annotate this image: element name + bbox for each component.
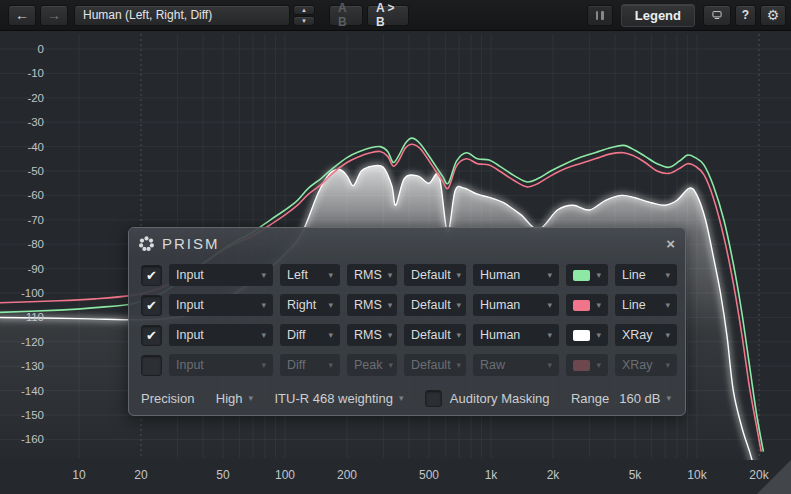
- preset-selector-value: Human (Left, Right, Diff): [83, 8, 212, 22]
- itu-weighting-dropdown[interactable]: ITU-R 468 weighting ▾: [274, 391, 403, 406]
- measure-dropdown[interactable]: RMS▾: [347, 264, 397, 286]
- pause-icon: [601, 11, 604, 20]
- y-axis-tick-label: -160: [21, 433, 44, 445]
- smoothing-dropdown[interactable]: Default▾: [404, 294, 466, 316]
- y-axis-tick-label: -140: [21, 385, 44, 397]
- channel-dropdown[interactable]: Left▾: [280, 264, 340, 286]
- y-axis-tick-label: -10: [27, 67, 44, 79]
- color-dropdown[interactable]: ▾: [566, 264, 608, 286]
- gear-icon: ⚙: [767, 7, 780, 23]
- chevron-down-icon: ▾: [261, 270, 266, 280]
- chevron-down-icon: ▾: [457, 360, 462, 370]
- smoothing-dropdown[interactable]: Default▾: [404, 324, 466, 346]
- display-style-dropdown[interactable]: XRay▾: [615, 354, 677, 376]
- a-to-b-copy-button[interactable]: A > B: [367, 5, 409, 26]
- settings-button[interactable]: ⚙: [760, 5, 786, 26]
- display-settings-button[interactable]: [703, 5, 731, 26]
- analysis-row: Input▾ Diff▾ Peak▾ Default▾ Raw▾ ▾ XRay▾: [141, 350, 685, 380]
- ab-compare-button[interactable]: A B: [329, 5, 363, 26]
- help-button[interactable]: ?: [735, 5, 756, 26]
- chevron-down-icon: ▾: [596, 330, 601, 340]
- chevron-down-icon: ▾: [389, 360, 394, 370]
- chevron-down-icon: ▾: [328, 300, 333, 310]
- chevron-down-icon: ▾: [596, 300, 601, 310]
- channel-dropdown[interactable]: Diff▾: [280, 354, 340, 376]
- display-style-dropdown[interactable]: XRay▾: [615, 324, 677, 346]
- smoothing-dropdown[interactable]: Default▾: [404, 264, 466, 286]
- auditory-masking-checkbox[interactable]: [425, 390, 442, 407]
- row-enable-checkbox[interactable]: ✔: [141, 325, 162, 346]
- source-dropdown[interactable]: Input▾: [169, 324, 273, 346]
- preset-step-down-button[interactable]: ▼: [293, 16, 315, 26]
- prism-dialog-header[interactable]: PRISM ×: [129, 228, 685, 257]
- dialog-footer: Precision High ▾ ITU-R 468 weighting ▾ A…: [129, 383, 685, 413]
- chevron-down-icon: ▾: [665, 360, 670, 370]
- source-dropdown[interactable]: Input▾: [169, 264, 273, 286]
- range-label: Range: [571, 391, 609, 406]
- up-triangle-icon: ▲: [301, 7, 307, 13]
- auditory-masking-option: Auditory Masking: [425, 390, 550, 407]
- chevron-down-icon: ▾: [547, 360, 552, 370]
- chevron-down-icon: ▾: [261, 300, 266, 310]
- weighting-dropdown[interactable]: Human▾: [473, 264, 559, 286]
- range-dropdown[interactable]: 160 dB ▾: [619, 391, 671, 406]
- channel-dropdown[interactable]: Right▾: [280, 294, 340, 316]
- frequency-axis: 1020501002005001k2k5k10k20k: [0, 460, 791, 494]
- color-dropdown[interactable]: ▾: [566, 324, 608, 346]
- preset-selector[interactable]: Human (Left, Right, Diff): [74, 5, 290, 26]
- y-axis-tick-label: -90: [27, 263, 44, 275]
- chevron-down-icon: ▾: [261, 360, 266, 370]
- chevron-down-icon: ▾: [388, 330, 393, 340]
- measure-dropdown[interactable]: Peak▾: [347, 354, 397, 376]
- down-triangle-icon: ▼: [301, 18, 307, 24]
- color-swatch: [573, 270, 590, 281]
- spectrum-analyzer-window: 0-10-20-30-40-50-60-70-80-90-100-110-120…: [0, 0, 791, 494]
- chevron-down-icon: ▾: [596, 360, 601, 370]
- history-back-button[interactable]: ←: [8, 5, 36, 26]
- chevron-down-icon: ▾: [457, 300, 462, 310]
- analysis-rows: ✔ Input▾ Left▾ RMS▾ Default▾ Human▾ ▾ Li…: [129, 257, 685, 380]
- row-enable-checkbox[interactable]: [141, 355, 162, 376]
- y-axis-tick-label: 0: [38, 43, 44, 55]
- color-dropdown[interactable]: ▾: [566, 294, 608, 316]
- legend-button[interactable]: Legend: [621, 4, 695, 27]
- x-axis-tick-label: 100: [265, 468, 305, 482]
- y-axis-tick-label: -100: [21, 287, 44, 299]
- measure-dropdown[interactable]: RMS▾: [347, 324, 397, 346]
- close-icon[interactable]: ×: [666, 235, 675, 252]
- analysis-row: ✔ Input▾ Left▾ RMS▾ Default▾ Human▾ ▾ Li…: [141, 260, 685, 290]
- analysis-row: ✔ Input▾ Diff▾ RMS▾ Default▾ Human▾ ▾ XR…: [141, 320, 685, 350]
- window-resize-handle[interactable]: [757, 460, 791, 494]
- precision-dropdown[interactable]: High ▾: [216, 391, 253, 406]
- history-forward-button[interactable]: →: [40, 5, 68, 26]
- row-enable-checkbox[interactable]: ✔: [141, 295, 162, 316]
- channel-dropdown[interactable]: Diff▾: [280, 324, 340, 346]
- source-dropdown[interactable]: Input▾: [169, 294, 273, 316]
- chevron-down-icon: ▾: [666, 393, 671, 403]
- row-enable-checkbox[interactable]: ✔: [141, 265, 162, 286]
- display-style-dropdown[interactable]: Line▾: [615, 294, 677, 316]
- x-axis-tick-label: 50: [203, 468, 243, 482]
- color-swatch: [573, 300, 590, 311]
- y-axis-tick-label: -20: [27, 92, 44, 104]
- weighting-dropdown[interactable]: Human▾: [473, 294, 559, 316]
- chevron-down-icon: ▾: [547, 270, 552, 280]
- prism-dialog: PRISM × ✔ Input▾ Left▾ RMS▾ Default▾ Hum…: [128, 227, 686, 416]
- pause-button[interactable]: [587, 5, 613, 26]
- x-axis-tick-label: 10: [59, 468, 99, 482]
- preset-step-up-button[interactable]: ▲: [293, 5, 315, 15]
- y-axis-tick-label: -40: [27, 141, 44, 153]
- x-axis-tick-label: 5k: [615, 468, 655, 482]
- chevron-down-icon: ▾: [261, 330, 266, 340]
- smoothing-dropdown[interactable]: Default▾: [404, 354, 466, 376]
- color-dropdown[interactable]: ▾: [566, 354, 608, 376]
- display-style-dropdown[interactable]: Line▾: [615, 264, 677, 286]
- x-axis-tick-label: 20: [121, 468, 161, 482]
- weighting-dropdown[interactable]: Raw▾: [473, 354, 559, 376]
- chevron-down-icon: ▾: [547, 300, 552, 310]
- pause-icon: [596, 11, 599, 20]
- source-dropdown[interactable]: Input▾: [169, 354, 273, 376]
- measure-dropdown[interactable]: RMS▾: [347, 294, 397, 316]
- back-arrow-icon: ←: [15, 7, 29, 23]
- weighting-dropdown[interactable]: Human▾: [473, 324, 559, 346]
